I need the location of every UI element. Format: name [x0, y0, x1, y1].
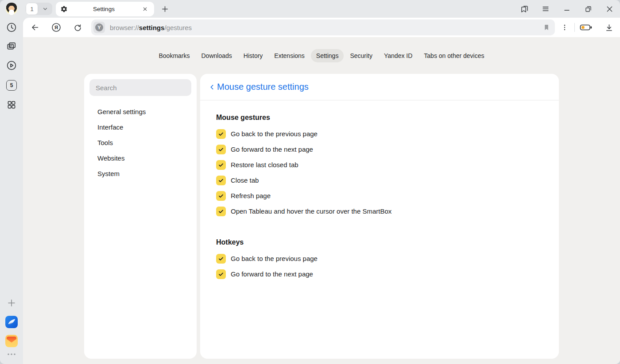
checkbox[interactable]: [216, 160, 226, 170]
site-badge[interactable]: Y: [93, 22, 105, 33]
back-to-settings-button[interactable]: [207, 82, 217, 92]
back-arrow-icon: [30, 23, 40, 32]
gesture-option-row: Restore last closed tab: [216, 157, 543, 172]
nav-tab-label: Extensions: [274, 52, 304, 59]
tab-counter-control[interactable]: 1: [26, 3, 52, 15]
sidebar-item[interactable]: General settings: [89, 104, 191, 119]
nav-tab[interactable]: History: [238, 49, 268, 62]
tab-panel-button[interactable]: 5: [6, 80, 17, 91]
nav-tab-label: Tabs on other devices: [424, 52, 484, 59]
minimize-button[interactable]: [556, 0, 577, 18]
bookmark-icon[interactable]: [542, 23, 550, 31]
hamburger-menu-icon: [541, 4, 550, 13]
search-input[interactable]: [89, 79, 191, 96]
video-button[interactable]: [6, 60, 17, 71]
feed-button[interactable]: [6, 41, 17, 52]
checkbox[interactable]: [216, 207, 226, 216]
new-tab-button[interactable]: [158, 2, 171, 15]
battery-icon: [580, 23, 593, 32]
active-tab[interactable]: Settings: [56, 2, 154, 16]
gesture-option-row: Go forward to the next page: [216, 142, 543, 157]
kebab-menu-icon: [561, 23, 569, 32]
sidebar-item-label: General settings: [97, 108, 146, 115]
refresh-button[interactable]: [70, 20, 85, 35]
restore-button[interactable]: [577, 0, 599, 18]
close-window-button[interactable]: [599, 0, 620, 18]
option-label: Refresh page: [231, 192, 271, 199]
tab-list-dropdown[interactable]: [38, 3, 52, 15]
extensions-menu-button[interactable]: [555, 20, 574, 35]
services-button[interactable]: [6, 99, 17, 111]
checkmark-icon: [218, 256, 224, 262]
download-icon: [604, 23, 614, 32]
checkbox[interactable]: [216, 176, 226, 185]
feed-icon: [6, 41, 17, 52]
side-panels-button[interactable]: [514, 0, 535, 18]
checkmark-icon: [218, 177, 224, 184]
nav-tab[interactable]: Downloads: [196, 49, 237, 62]
section-heading: Hotkeys: [216, 238, 543, 247]
settings-nav: Bookmarks Downloads History Extensions S…: [23, 37, 620, 74]
browser-app-button[interactable]: [5, 316, 18, 328]
yandex-logo-icon: Я: [51, 22, 62, 33]
url-text[interactable]: browser://settings/gestures: [110, 24, 192, 31]
chevron-down-icon: [41, 5, 49, 13]
section-heading: Mouse gestures: [216, 113, 543, 123]
sidebar-item[interactable]: Tools: [89, 135, 191, 150]
nav-tab-label: Bookmarks: [159, 52, 190, 59]
nav-tab[interactable]: Settings: [311, 49, 344, 62]
plus-icon: [6, 298, 17, 308]
tab-close-button[interactable]: [140, 4, 150, 14]
checkbox[interactable]: [216, 145, 226, 154]
ellipsis-icon: [7, 352, 16, 356]
gesture-option-row: Go back to the previous page: [216, 251, 543, 266]
sidebar-item[interactable]: Websites: [89, 150, 191, 166]
sidebar-item-label: Websites: [97, 154, 124, 162]
checkbox[interactable]: [216, 191, 226, 201]
tab-counter[interactable]: 1: [26, 3, 38, 15]
toolbar: Я Y browser://settings/gestures: [23, 18, 620, 37]
more-panels-button[interactable]: [7, 352, 16, 356]
nav-tab[interactable]: Security: [345, 49, 378, 62]
mail-app-icon: [5, 335, 18, 347]
sidebar-item[interactable]: Interface: [89, 119, 191, 135]
nav-tab[interactable]: Extensions: [269, 49, 310, 62]
mail-app-button[interactable]: [5, 335, 18, 347]
address-bar[interactable]: Y browser://settings/gestures: [91, 19, 555, 35]
checkbox[interactable]: [216, 269, 226, 279]
downloads-button[interactable]: [598, 20, 620, 35]
close-icon: [142, 6, 148, 12]
checkmark-icon: [218, 131, 224, 137]
settings-layout: General settings Interface Tools Website…: [23, 74, 620, 359]
settings-sections-list: General settings Interface Tools Website…: [89, 104, 191, 181]
back-button[interactable]: [27, 20, 43, 35]
add-panel-button[interactable]: [6, 298, 17, 308]
nav-tab[interactable]: Bookmarks: [153, 49, 195, 62]
history-button[interactable]: [6, 22, 17, 33]
checkmark-icon: [218, 193, 224, 199]
option-label: Open Tableau and hover the cursor over t…: [231, 207, 391, 215]
option-label: Close tab: [231, 176, 259, 184]
url-scheme: browser://: [110, 24, 139, 31]
refresh-icon: [73, 23, 82, 32]
sidebar-item-label: Interface: [97, 123, 123, 131]
gesture-settings-body: Mouse gestures: [200, 100, 559, 282]
settings-sidebar: General settings Interface Tools Website…: [84, 74, 197, 359]
left-sidebar: 5: [0, 0, 23, 364]
checkbox[interactable]: [216, 254, 226, 264]
profile-avatar[interactable]: [5, 3, 18, 15]
sidebar-item-label: Tools: [97, 139, 113, 146]
browser-app-icon: [5, 316, 18, 328]
checkbox[interactable]: [216, 129, 226, 139]
checkmark-icon: [218, 162, 224, 168]
yandex-home-button[interactable]: Я: [49, 20, 64, 35]
gesture-option-row: Open Tableau and hover the cursor over t…: [216, 203, 543, 219]
battery-saver-button[interactable]: [575, 20, 598, 35]
nav-tab-label: Settings: [316, 52, 339, 59]
nav-tab[interactable]: Yandex ID: [379, 49, 418, 62]
browser-menu-button[interactable]: [535, 0, 556, 18]
option-label: Go back to the previous page: [231, 130, 318, 138]
sidebar-item[interactable]: System: [89, 166, 191, 181]
panel-header[interactable]: Mouse gesture settings: [200, 74, 559, 100]
nav-tab[interactable]: Tabs on other devices: [418, 49, 489, 62]
